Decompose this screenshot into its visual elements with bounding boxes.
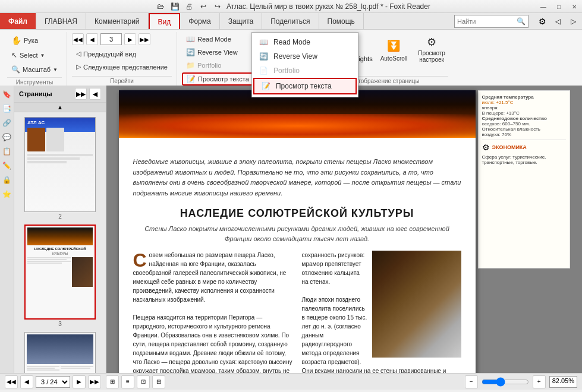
search-box[interactable]: 🔍 (454, 15, 528, 28)
read-mode-icon: 📖 (186, 35, 195, 43)
status-first-btn[interactable]: ◀◀ (5, 375, 18, 388)
page-thumb-4[interactable]: 4 (19, 332, 101, 373)
next-view-btn[interactable]: ▷ Следующее представление (72, 61, 172, 72)
settings-btn[interactable]: ⚙ (536, 15, 549, 28)
zoom-tool-btn[interactable]: 🔍 Масштаб ▼ (7, 63, 62, 76)
status-next-btn[interactable]: ▶ (73, 375, 86, 388)
portfolio-btn[interactable]: 📁 Portfolio (182, 59, 254, 71)
sidebar-clipboard-icon[interactable]: 📋 (1, 145, 14, 158)
next-page-btn[interactable]: ▶ (124, 33, 136, 45)
quick-access-toolbar[interactable]: 🗁 💾 🖨 ↩ ↪ (152, 0, 226, 13)
zoom-display: 82.05% (549, 376, 577, 388)
qat-undo[interactable]: ↩ (197, 0, 210, 13)
ribbon-content: ✋ Рука ↖ Select ▼ 🔍 Масштаб ▼ Инструмент… (0, 30, 582, 86)
hand-icon: ✋ (11, 36, 21, 45)
qat-open[interactable]: 🗁 (154, 0, 167, 13)
status-extra3[interactable]: ⊡ (137, 375, 150, 388)
tab-home[interactable]: ГЛАВНАЯ (36, 13, 86, 29)
view-settings-btn[interactable]: ⚙ Просмотр настроек (415, 34, 448, 64)
last-page-btn[interactable]: ▶▶ (139, 33, 150, 45)
page-thumb-3[interactable]: НАСЛЕДИЕ СОЛЮТРЕЙСКОЙ КУЛЬТУРЫ (19, 225, 101, 327)
sidebar-controls[interactable]: ▶▶ ◀ (75, 88, 101, 100)
tab-share[interactable]: Поделиться (262, 13, 319, 29)
nav-back[interactable]: ◁ (551, 15, 564, 28)
prev-view-icon: ◁ (76, 50, 81, 58)
status-zoom-in[interactable]: + (533, 375, 546, 388)
search-icon[interactable]: 🔍 (517, 17, 526, 26)
select-tool-btn[interactable]: ↖ Select ▼ (7, 49, 49, 62)
read-mode-btn[interactable]: 📖 Read Mode (182, 33, 254, 45)
pdf-heading: НАСЛЕДИЕ СОЛЮТРЕЙСКОЙ КУЛЬТУРЫ (133, 206, 461, 222)
pdf-content: Неведомые живописцы, жившие в эпоху пале… (119, 145, 476, 373)
page-thumb-2[interactable]: АТЛ АС 2 (19, 117, 101, 220)
economics-text: Сфера услуг: туристические, транспортные… (482, 154, 566, 165)
minimize-button[interactable]: — (536, 0, 551, 13)
qat-redo[interactable]: ↪ (211, 0, 224, 13)
autoscroll-btn[interactable]: ⏬ AutoScroll (377, 34, 411, 64)
maximize-button[interactable]: □ (551, 0, 567, 13)
dropdown-portfolio[interactable]: 📄 Portfolio (252, 64, 358, 78)
tab-form[interactable]: Форма (180, 13, 219, 29)
select-icon: ↖ (11, 51, 17, 59)
hand-tool-btn[interactable]: ✋ Рука (7, 33, 42, 48)
search-input[interactable] (457, 18, 517, 25)
nav-group-label: Перейти (72, 76, 172, 86)
sidebar-pages-icon[interactable]: 📑 (1, 102, 14, 115)
view-dropdown-menu: 📖 Read Mode 🔄 Reverse View 📄 Portfolio 📝… (251, 32, 358, 97)
status-page-select[interactable]: 3 / 24 (36, 376, 70, 388)
dropdown-read-mode[interactable]: 📖 Read Mode (252, 35, 358, 49)
zoom-slider[interactable] (482, 377, 529, 387)
dropdown-reverse-icon: 🔄 (259, 52, 269, 61)
close-button[interactable]: ✕ (567, 0, 582, 13)
portfolio-icon: 📁 (186, 61, 195, 69)
dropdown-reverse-view[interactable]: 🔄 Reverse View (252, 49, 358, 64)
sidebar-bookmark-icon[interactable]: 🔖 (1, 88, 14, 101)
dropdown-text-view[interactable]: 📝 Просмотр текста (253, 78, 357, 94)
prev-page-btn[interactable]: ◀ (86, 33, 98, 45)
status-extra4[interactable]: ⊟ (152, 375, 165, 388)
page-thumb-num-3: 3 (58, 321, 62, 327)
qat-print[interactable]: 🖨 (183, 0, 196, 13)
drop-cap: С (133, 253, 147, 268)
sidebar-edit-icon[interactable]: ✏️ (1, 159, 14, 172)
dropdown-portfolio-icon: 📄 (259, 66, 269, 75)
sidebar-layers-icon[interactable]: 🔗 (1, 116, 14, 129)
settings-icon: ⚙ (423, 36, 440, 49)
reverse-view-btn[interactable]: 🔄 Reverse View (182, 46, 254, 58)
status-last-btn[interactable]: ▶▶ (88, 375, 101, 388)
pdf-italic-text: Неведомые живописцы, жившие в эпоху пале… (133, 157, 461, 198)
tab-file[interactable]: Файл (0, 13, 36, 29)
status-right: − + 82.05% (465, 375, 577, 388)
sidebar-scroll-up[interactable]: ▲ (14, 103, 106, 112)
economics-title: ЭКОНОМИКА (492, 144, 527, 150)
sidebar-collapse-btn[interactable]: ◀ (89, 88, 101, 100)
sidebar-comments-icon[interactable]: 💬 (1, 131, 14, 144)
window-controls[interactable]: — □ ✕ (536, 0, 582, 12)
left-sidebar: 🔖 📑 🔗 💬 📋 ✏️ 🔒 ⭐ (0, 86, 14, 373)
qat-save[interactable]: 💾 (168, 0, 181, 13)
first-page-btn[interactable]: ◀◀ (72, 33, 84, 45)
autoscroll-icon: ⏬ (385, 37, 402, 54)
status-prev-btn[interactable]: ◀ (20, 375, 33, 388)
status-zoom-out[interactable]: − (465, 375, 478, 388)
sidebar-title: Страницы (19, 90, 52, 97)
prev-view-btn[interactable]: ◁ Предыдущий вид (72, 48, 172, 59)
text-view-icon: 📝 (187, 75, 196, 83)
sidebar-star-icon[interactable]: ⭐ (1, 188, 14, 201)
status-extra1[interactable]: ⊞ (106, 375, 119, 388)
pdf-cave-image (372, 251, 461, 358)
status-extra2[interactable]: ≡ (121, 375, 134, 388)
tab-help[interactable]: Помощь (319, 13, 364, 29)
tab-protect[interactable]: Защита (220, 13, 263, 29)
sidebar-expand-btn[interactable]: ▶▶ (75, 88, 87, 100)
tab-comment[interactable]: Комментарий (86, 13, 149, 29)
tab-view[interactable]: Вид (149, 13, 181, 29)
page-number-input[interactable] (100, 33, 122, 45)
text-view-btn[interactable]: 📝 Просмотр текста (182, 72, 254, 86)
page-thumb-img-2: АТЛ АС (24, 117, 96, 212)
sidebar-lock-icon[interactable]: 🔒 (1, 173, 14, 186)
pdf-subheading: Стены Ласко покрыты многочисленными рису… (133, 224, 461, 244)
document-area[interactable]: Неведомые живописцы, жившие в эпоху пале… (106, 86, 582, 373)
pdf-columns: С овем небольшая по размерам пещера Ласк… (133, 251, 461, 373)
nav-forward[interactable]: ▷ (567, 15, 580, 28)
